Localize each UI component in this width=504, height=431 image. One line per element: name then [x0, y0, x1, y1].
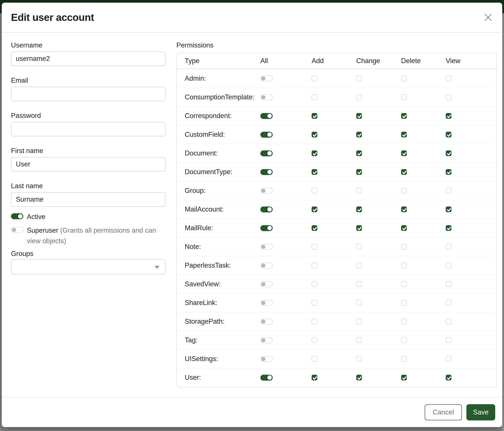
permission-delete-checkbox[interactable] — [401, 300, 407, 306]
permission-change-checkbox[interactable] — [356, 225, 362, 231]
close-button[interactable] — [483, 12, 494, 23]
permission-add-checkbox[interactable] — [312, 300, 317, 306]
permission-view-checkbox[interactable] — [446, 225, 451, 231]
save-button[interactable]: Save — [466, 404, 495, 421]
permission-delete-checkbox[interactable] — [401, 113, 407, 119]
column-header-view: View — [446, 57, 496, 65]
permission-add-checkbox[interactable] — [312, 356, 317, 362]
permission-all-toggle[interactable] — [260, 356, 273, 362]
check-icon — [312, 226, 318, 231]
first-name-field[interactable] — [11, 157, 166, 171]
permission-change-checkbox[interactable] — [356, 76, 362, 81]
permission-view-checkbox[interactable] — [446, 188, 451, 194]
permission-all-toggle[interactable] — [260, 132, 273, 138]
permission-all-toggle[interactable] — [260, 94, 273, 100]
permission-view-checkbox[interactable] — [446, 337, 451, 343]
permission-add-checkbox[interactable] — [312, 76, 317, 81]
username-input[interactable] — [11, 52, 166, 66]
email-field[interactable] — [11, 87, 166, 101]
permission-delete-checkbox[interactable] — [401, 132, 407, 137]
permission-change-checkbox[interactable] — [356, 207, 362, 212]
permission-view-checkbox[interactable] — [446, 375, 451, 380]
permission-add-checkbox[interactable] — [312, 132, 317, 137]
permission-add-checkbox[interactable] — [312, 337, 317, 343]
permission-delete-checkbox[interactable] — [401, 207, 407, 212]
permission-change-checkbox[interactable] — [356, 262, 362, 268]
groups-select[interactable] — [11, 259, 166, 274]
permission-delete-checkbox[interactable] — [401, 356, 407, 362]
permission-add-checkbox[interactable] — [312, 244, 317, 250]
permission-all-toggle[interactable] — [260, 319, 273, 324]
permission-view-checkbox[interactable] — [446, 76, 451, 81]
groups-label: Groups — [11, 250, 166, 258]
permission-add-checkbox[interactable] — [312, 207, 317, 212]
permission-add-checkbox[interactable] — [312, 150, 317, 156]
permission-change-checkbox[interactable] — [356, 356, 362, 362]
permission-view-checkbox[interactable] — [446, 132, 451, 137]
permission-add-checkbox[interactable] — [312, 262, 317, 268]
permission-delete-checkbox[interactable] — [401, 188, 407, 194]
permission-change-checkbox[interactable] — [356, 337, 362, 343]
permission-view-checkbox[interactable] — [446, 356, 451, 362]
superuser-toggle[interactable] — [11, 227, 23, 233]
permission-delete-checkbox[interactable] — [401, 375, 407, 380]
permission-delete-checkbox[interactable] — [401, 94, 407, 100]
permission-all-toggle[interactable] — [260, 225, 273, 231]
permission-all-toggle[interactable] — [260, 337, 273, 343]
permission-change-checkbox[interactable] — [356, 94, 362, 100]
permission-delete-checkbox[interactable] — [401, 337, 407, 343]
permission-all-toggle[interactable] — [260, 75, 273, 81]
cancel-button[interactable]: Cancel — [425, 404, 462, 421]
permission-view-checkbox[interactable] — [446, 207, 451, 212]
permission-add-checkbox[interactable] — [312, 94, 317, 100]
permission-change-checkbox[interactable] — [356, 169, 362, 175]
permission-delete-checkbox[interactable] — [401, 244, 407, 250]
permission-change-checkbox[interactable] — [356, 150, 362, 156]
permission-change-checkbox[interactable] — [356, 113, 362, 119]
permission-all-toggle[interactable] — [260, 300, 273, 306]
permission-all-toggle[interactable] — [260, 262, 273, 269]
last-name-field[interactable] — [11, 192, 166, 207]
permission-view-checkbox[interactable] — [446, 169, 451, 175]
active-toggle[interactable] — [11, 213, 23, 219]
permission-change-checkbox[interactable] — [356, 188, 362, 194]
permission-row: CustomField: — [177, 125, 496, 144]
password-field[interactable] — [11, 122, 166, 136]
permission-delete-checkbox[interactable] — [401, 319, 407, 324]
permission-all-toggle[interactable] — [260, 169, 273, 175]
permission-all-toggle[interactable] — [260, 188, 273, 194]
permission-change-checkbox[interactable] — [356, 244, 362, 250]
permission-delete-checkbox[interactable] — [401, 225, 407, 231]
permission-delete-checkbox[interactable] — [401, 262, 407, 268]
permission-view-checkbox[interactable] — [446, 319, 451, 324]
permission-all-toggle[interactable] — [260, 244, 273, 250]
permission-view-checkbox[interactable] — [446, 244, 451, 250]
permission-change-checkbox[interactable] — [356, 375, 362, 380]
permission-delete-checkbox[interactable] — [401, 169, 407, 175]
permission-change-checkbox[interactable] — [356, 132, 362, 137]
permission-view-checkbox[interactable] — [446, 113, 451, 119]
permission-add-checkbox[interactable] — [312, 281, 317, 287]
permission-all-toggle[interactable] — [260, 150, 273, 156]
permission-all-toggle[interactable] — [260, 207, 273, 212]
permission-delete-checkbox[interactable] — [401, 150, 407, 156]
permission-add-checkbox[interactable] — [312, 188, 317, 194]
permission-change-checkbox[interactable] — [356, 319, 362, 324]
permission-all-toggle[interactable] — [260, 281, 273, 287]
permission-change-checkbox[interactable] — [356, 281, 362, 287]
permission-view-checkbox[interactable] — [446, 300, 451, 306]
permission-change-checkbox[interactable] — [356, 300, 362, 306]
permission-delete-checkbox[interactable] — [401, 76, 407, 81]
permission-add-checkbox[interactable] — [312, 319, 317, 324]
permission-add-checkbox[interactable] — [312, 225, 317, 231]
permission-delete-checkbox[interactable] — [401, 281, 407, 287]
permission-view-checkbox[interactable] — [446, 94, 451, 100]
permission-add-checkbox[interactable] — [312, 375, 317, 380]
permission-view-checkbox[interactable] — [446, 262, 451, 268]
permission-all-toggle[interactable] — [260, 113, 273, 119]
permission-view-checkbox[interactable] — [446, 150, 451, 156]
permission-view-checkbox[interactable] — [446, 281, 451, 287]
permission-add-checkbox[interactable] — [312, 113, 317, 119]
permission-all-toggle[interactable] — [260, 375, 273, 381]
permission-add-checkbox[interactable] — [312, 169, 317, 175]
